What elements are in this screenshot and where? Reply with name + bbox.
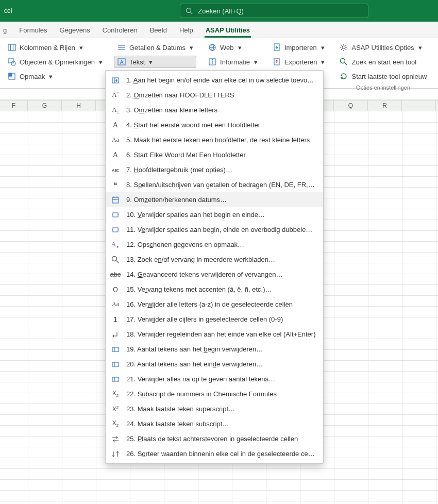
column-header[interactable]: F xyxy=(0,100,28,111)
menu-item-7[interactable]: ᴀʙᴄ7. Hoofdlettergebruik (met opties)… xyxy=(106,162,323,177)
ribbon-tabs: gFormulesGegevensControlerenBeeldHelpASA… xyxy=(0,22,438,38)
menu-item-1[interactable]: 1. Aan het begin en/of einde van elke ce… xyxy=(106,73,323,88)
informatie-button[interactable]: Informatie ▾ xyxy=(205,56,261,68)
chevron-down-icon: ▾ xyxy=(99,58,103,66)
menu-item-label: 18. Verwijder regeleinden aan het einde … xyxy=(126,330,316,338)
ribbon-group-6: ? O i In G xyxy=(434,38,438,88)
chevron-down-icon: ▾ xyxy=(321,44,325,52)
svg-point-43 xyxy=(112,256,117,261)
exporteren-button[interactable]: Exporteren ▾ xyxy=(269,56,328,68)
menu-item-label: 6. Start Elke Woord Met Een Hoofdletter xyxy=(126,151,246,159)
sup-icon: X2 xyxy=(111,405,120,414)
menu-item-22[interactable]: X222. Subscript de nummers in Chemische … xyxy=(106,387,323,401)
tab-formules[interactable]: Formules xyxy=(18,23,48,38)
menu-item-6[interactable]: A6. Start Elke Woord Met Een Hoofdletter xyxy=(106,147,323,162)
menu-item-label: 5. Maak het eerste teken een hoofdletter… xyxy=(126,136,310,144)
box-icon xyxy=(111,375,120,384)
menu-item-label: 15. Vervang tekens met accenten (á, ë, ñ… xyxy=(126,285,272,293)
search-box[interactable]: Zoeken (Alt+Q) xyxy=(180,4,368,18)
clean-icon: A✦ xyxy=(111,240,120,249)
menu-item-24[interactable]: X224. Maak laatste teken subscript… xyxy=(106,416,323,431)
start-laatste-tool-button[interactable]: Start laatste tool opnieuw xyxy=(336,70,430,82)
svg-rect-47 xyxy=(112,362,119,366)
ribbon-group-label: Opties en instellingen xyxy=(336,85,430,91)
menu-item-4[interactable]: A4. Start het eerste woord met een Hoofd… xyxy=(106,117,323,132)
objecten-opmerkingen-button[interactable]: Objecten & Opmerkingen ▾ xyxy=(4,56,106,68)
menu-item-label: 22. Subscript de nummers in Chemische Fo… xyxy=(126,390,277,398)
menu-item-20[interactable]: 20. Aantal tekens aan het einde verwijde… xyxy=(106,357,323,372)
svg-point-22 xyxy=(342,46,345,49)
menu-item-11[interactable]: 11. Verwijder spaties aan begin, einde e… xyxy=(106,222,323,237)
tab-g[interactable]: g xyxy=(3,23,8,38)
A-icon: A xyxy=(111,150,120,160)
kolommen-rijen-button[interactable]: Kolommen & Rijen ▾ xyxy=(4,41,106,54)
opmaak-button[interactable]: Opmaak ▾ xyxy=(4,70,106,82)
menu-item-label: 14. Geavanceerd tekens verwijderen of ve… xyxy=(126,271,283,278)
menu-item-14[interactable]: abc14. Geavanceerd tekens verwijderen of… xyxy=(106,267,323,282)
menu-item-12[interactable]: A✦12. Opschonen gegevens en opmaak… xyxy=(106,237,323,252)
menu-item-label: 17. Verwijder alle cijfers in geselectee… xyxy=(126,315,283,323)
zoek-start-tool-button[interactable]: Zoek en start een tool xyxy=(336,56,430,68)
menu-item-label: 19. Aantal tekens aan het begin verwijde… xyxy=(126,345,263,353)
column-header[interactable] xyxy=(402,100,436,111)
tekst-button[interactable]: A Tekst ▾ xyxy=(114,56,196,68)
quote-icon: ❝ xyxy=(111,180,120,190)
title-bar-left-text: cel xyxy=(4,7,20,14)
column-header[interactable]: Q xyxy=(334,100,368,111)
menu-item-16[interactable]: Aa16. Verwijder alle letters (a-z) in de… xyxy=(106,297,323,312)
menu-item-9[interactable]: 9. Omzetten/herkennen datums… xyxy=(106,192,323,207)
chevron-down-icon: ▾ xyxy=(418,44,422,52)
menu-item-17[interactable]: 117. Verwijder alle cijfers in geselecte… xyxy=(106,312,323,327)
one-icon: 1 xyxy=(111,315,120,324)
menu-item-5[interactable]: Aa5. Maak het eerste teken een hoofdlett… xyxy=(106,132,323,147)
svg-line-44 xyxy=(116,261,119,263)
web-icon xyxy=(208,43,217,52)
omega-icon: Ω xyxy=(111,285,120,294)
menu-item-25[interactable]: 25. Plaats de tekst achterstevoren in ge… xyxy=(106,431,323,446)
append-icon xyxy=(111,76,120,85)
svg-text:A: A xyxy=(120,59,124,65)
svg-point-23 xyxy=(341,59,345,63)
tab-gegevens[interactable]: Gegevens xyxy=(58,23,91,38)
menu-item-2[interactable]: A↑2. Omzetten naar HOOFDLETTERS xyxy=(106,88,323,103)
column-header[interactable]: G xyxy=(28,100,62,111)
web-button[interactable]: Web ▾ xyxy=(205,41,261,54)
asap-opties-button[interactable]: ASAP Utilities Opties ▾ xyxy=(336,41,430,54)
strike-icon: abc xyxy=(111,270,120,279)
menu-item-15[interactable]: Ω15. Vervang tekens met accenten (á, ë, … xyxy=(106,282,323,297)
menu-item-label: 2. Omzetten naar HOOFDLETTERS xyxy=(126,91,234,99)
box-icon xyxy=(111,360,120,369)
menu-item-18[interactable]: 18. Verwijder regeleinden aan het einde … xyxy=(106,327,323,342)
importeren-button[interactable]: Importeren ▾ xyxy=(269,41,328,54)
tab-help[interactable]: Help xyxy=(178,23,194,38)
calendar-icon xyxy=(111,195,120,205)
tab-beeld[interactable]: Beeld xyxy=(149,23,168,38)
info-icon xyxy=(208,57,217,66)
menu-item-label: 10. Verwijder spaties aan het begin en e… xyxy=(126,211,265,219)
menu-item-10[interactable]: 10. Verwijder spaties aan het begin en e… xyxy=(106,207,323,222)
svg-rect-8 xyxy=(9,73,12,76)
menu-item-label: 4. Start het eerste woord met een Hoofdl… xyxy=(126,121,260,129)
menu-item-3[interactable]: A↓3. Omzetten naar kleine letters xyxy=(106,103,323,117)
menu-item-label: 25. Plaats de tekst achterstevoren in ge… xyxy=(126,435,298,443)
tab-controleren[interactable]: Controleren xyxy=(102,23,139,38)
column-header[interactable]: R xyxy=(368,100,402,111)
getallen-datums-button[interactable]: Getallen & Datums ▾ xyxy=(114,41,196,54)
menu-item-23[interactable]: X223. Maak laatste teken superscript… xyxy=(106,401,323,416)
menu-item-19[interactable]: 19. Aantal tekens aan het begin verwijde… xyxy=(106,342,323,357)
search-start-icon xyxy=(339,57,348,66)
numbers-dates-icon xyxy=(117,43,126,52)
export-icon xyxy=(272,57,281,66)
chevron-down-icon: ▾ xyxy=(254,58,258,66)
menu-item-13[interactable]: 13. Zoek en/of vervang in meerdere werkb… xyxy=(106,252,323,267)
ribbon-group-5: ASAP Utilities Opties ▾ Zoek en start ee… xyxy=(332,38,434,88)
text-icon: A xyxy=(117,57,126,66)
svg-rect-2 xyxy=(8,44,15,51)
menu-item-8[interactable]: ❝8. Spellen/uitschrijven van getallen of… xyxy=(106,177,323,192)
menu-item-label: 3. Omzetten naar kleine letters xyxy=(126,106,217,114)
tab-asap-utilities[interactable]: ASAP Utilities xyxy=(205,23,251,38)
menu-item-21[interactable]: 21. Verwijder alles na op te geven aanta… xyxy=(106,372,323,387)
menu-item-26[interactable]: 26. Sorteer waarden binnenin elke cel in… xyxy=(106,446,323,461)
column-header[interactable]: H xyxy=(62,100,96,111)
search-placeholder: Zoeken (Alt+Q) xyxy=(198,7,244,15)
